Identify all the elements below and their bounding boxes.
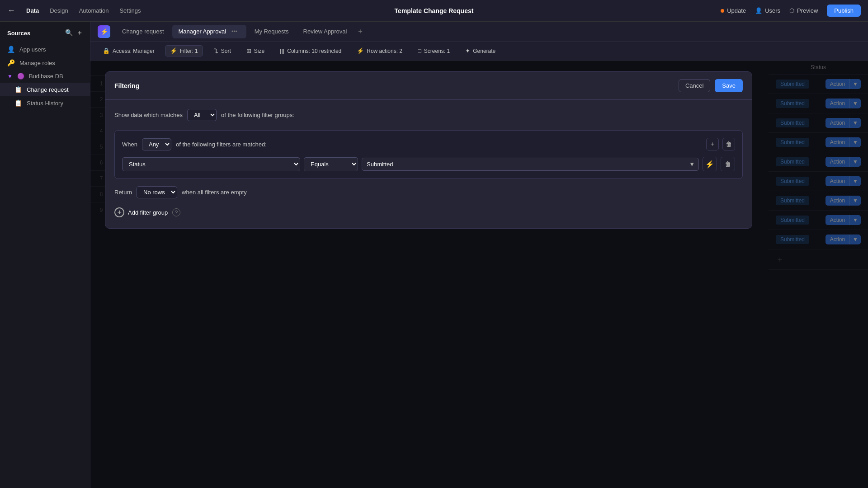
delete-filter-button[interactable]: 🗑 xyxy=(721,157,735,171)
tab-label: Manager Approval xyxy=(179,28,226,35)
content-area: ⚡ Change request Manager Approval ••• My… xyxy=(90,22,868,488)
nav-data[interactable]: Data xyxy=(26,7,39,14)
sidebar-item-app-users[interactable]: 👤 App users xyxy=(0,42,90,56)
size-icon: ⊞ xyxy=(246,47,251,54)
sidebar-header-icons: 🔍 ＋ xyxy=(65,29,83,37)
app-title: Template Change Request xyxy=(395,7,474,14)
modal-header: Filtering Cancel Save xyxy=(105,72,752,100)
filtering-modal: Filtering Cancel Save Show data which ma… xyxy=(105,71,752,229)
add-source-icon[interactable]: ＋ xyxy=(76,29,83,37)
save-button[interactable]: Save xyxy=(715,79,743,92)
return-row: Return No rows All rows when all filters… xyxy=(114,186,743,198)
when-select[interactable]: Any All xyxy=(142,138,171,150)
preview-icon: ⬡ xyxy=(789,7,794,14)
preview-label: Preview xyxy=(797,7,818,14)
sidebar-item-label: Manage roles xyxy=(19,60,55,66)
match-row: Show data which matches All Any of the f… xyxy=(114,109,743,121)
sidebar-item-label: Change request xyxy=(27,86,69,93)
add-filter-group-row: ＋ Add filter group ? xyxy=(114,206,743,219)
search-icon[interactable]: 🔍 xyxy=(65,29,73,37)
delete-group-button[interactable]: 🗑 xyxy=(722,138,735,150)
toolbar-screens-label: Screens: 1 xyxy=(424,48,450,54)
tab-manager-approval[interactable]: Manager Approval ••• xyxy=(172,25,246,38)
nav-settings[interactable]: Settings xyxy=(119,7,141,14)
when-row: When Any All of the following filters ar… xyxy=(122,138,267,150)
toolbar-filter[interactable]: ⚡ Filter: 1 xyxy=(165,45,203,56)
tab-bar: ⚡ Change request Manager Approval ••• My… xyxy=(90,22,868,42)
db-icon: 🟣 xyxy=(17,73,24,80)
toolbar-access-label: Access: Manager xyxy=(113,48,155,54)
toolbar-row-actions[interactable]: ⚡ Row actions: 2 xyxy=(352,45,407,56)
columns-icon: ||| xyxy=(280,47,284,54)
update-label: Update xyxy=(727,7,746,14)
users-label: Users xyxy=(765,7,780,14)
add-group-label: Add filter group xyxy=(128,209,168,216)
toolbar-generate[interactable]: ✦ Generate xyxy=(460,45,500,56)
toolbar-columns-label: Columns: 10 restricted xyxy=(287,48,341,54)
filter-value-chevron[interactable]: ▼ xyxy=(685,161,698,168)
sidebar-item-budibase-db[interactable]: ▼ 🟣 Budibase DB xyxy=(0,70,90,83)
preview-button[interactable]: ⬡ Preview xyxy=(789,7,818,14)
tab-my-requests[interactable]: My Requests xyxy=(248,25,295,38)
main-layout: Sources 🔍 ＋ 👤 App users 🔑 Manage roles ▼… xyxy=(0,22,868,488)
sidebar-header: Sources 🔍 ＋ xyxy=(0,29,90,42)
modal-title: Filtering xyxy=(114,82,139,89)
add-group-icon: ＋ xyxy=(114,207,124,217)
tab-label: My Requests xyxy=(255,28,289,35)
filter-value-text: Submitted xyxy=(362,158,685,170)
add-filter-group-button[interactable]: ＋ Add filter group xyxy=(114,206,168,219)
return-select[interactable]: No rows All rows xyxy=(137,186,177,198)
filter-operator-select[interactable]: Equals Not equals Contains xyxy=(304,157,358,171)
return-suffix: when all filters are empty xyxy=(182,189,247,196)
sidebar-item-label: Budibase DB xyxy=(29,73,63,80)
generate-icon: ✦ xyxy=(465,47,470,54)
topbar: ← Data Design Automation Settings Templa… xyxy=(0,0,868,22)
modal-header-actions: Cancel Save xyxy=(679,79,743,92)
toolbar-row-actions-label: Row actions: 2 xyxy=(367,48,402,54)
filter-field-select[interactable]: Status xyxy=(122,157,300,171)
modal-body: Show data which matches All Any of the f… xyxy=(105,100,752,228)
toolbar-size-label: Size xyxy=(254,48,264,54)
add-tab-icon[interactable]: ＋ xyxy=(357,27,364,36)
return-prefix: Return xyxy=(114,189,132,196)
back-button[interactable]: ← xyxy=(7,6,15,15)
publish-button[interactable]: Publish xyxy=(827,5,861,17)
match-prefix: Show data which matches xyxy=(114,112,183,118)
tab-change-request[interactable]: Change request xyxy=(116,25,170,38)
row-actions-icon: ⚡ xyxy=(357,47,364,54)
data-grid: Status Submitted Action ▼ Submitted Acti… xyxy=(90,61,868,488)
nav-automation[interactable]: Automation xyxy=(79,7,109,14)
toolbar-size[interactable]: ⊞ Size xyxy=(241,45,269,56)
table-icon: 📋 xyxy=(14,86,22,93)
users-icon: 👤 xyxy=(755,7,762,14)
app-icon: ⚡ xyxy=(98,25,110,38)
app-users-icon: 👤 xyxy=(7,46,15,53)
add-filter-button[interactable]: ＋ xyxy=(706,138,719,150)
toolbar-sort[interactable]: ⇅ Sort xyxy=(208,45,236,56)
tab-review-approval[interactable]: Review Approval xyxy=(297,25,354,38)
lightning-button[interactable]: ⚡ xyxy=(703,157,717,171)
manage-roles-icon: 🔑 xyxy=(7,59,15,66)
nav-design[interactable]: Design xyxy=(50,7,68,14)
toolbar-screens[interactable]: □ Screens: 1 xyxy=(413,45,455,56)
update-button[interactable]: Update xyxy=(721,7,746,14)
sidebar-item-label: App users xyxy=(19,46,46,53)
when-suffix: of the following filters are matched: xyxy=(176,141,267,148)
tab-more-icon[interactable]: ••• xyxy=(229,28,240,36)
users-button[interactable]: 👤 Users xyxy=(755,7,780,14)
toolbar-access[interactable]: 🔒 Access: Manager xyxy=(98,45,160,56)
filter-row: Status Equals Not equals Contains Submit… xyxy=(122,157,735,171)
topbar-left: ← Data Design Automation Settings xyxy=(7,6,141,15)
group-actions: ＋ 🗑 xyxy=(706,138,735,150)
match-select[interactable]: All Any xyxy=(187,109,217,121)
toolbar: 🔒 Access: Manager ⚡ Filter: 1 ⇅ Sort ⊞ S… xyxy=(90,42,868,61)
cancel-button[interactable]: Cancel xyxy=(679,79,710,92)
help-icon[interactable]: ? xyxy=(172,208,180,216)
sidebar-item-status-history[interactable]: 📋 Status History xyxy=(0,96,90,110)
sidebar-item-change-request[interactable]: 📋 Change request xyxy=(0,83,90,96)
topbar-right: Update 👤 Users ⬡ Preview Publish xyxy=(721,5,861,17)
sidebar-item-manage-roles[interactable]: 🔑 Manage roles xyxy=(0,56,90,70)
sort-icon: ⇅ xyxy=(213,47,218,54)
toolbar-columns[interactable]: ||| Columns: 10 restricted xyxy=(275,45,346,56)
update-dot xyxy=(721,9,724,13)
